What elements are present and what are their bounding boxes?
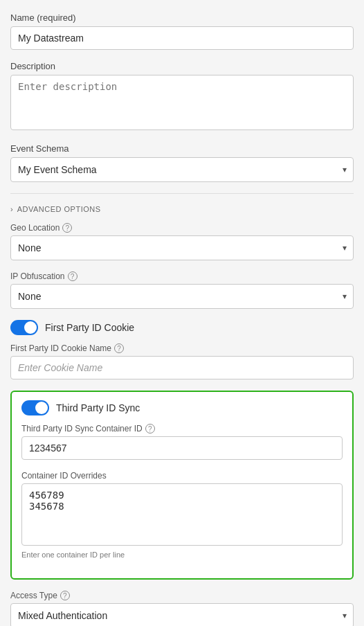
first-party-toggle-label: First Party ID Cookie bbox=[45, 322, 134, 333]
event-schema-select[interactable]: My Event Schema bbox=[10, 157, 354, 182]
third-party-toggle-slider bbox=[21, 400, 49, 415]
access-type-select-wrapper: Mixed Authentication ▾ bbox=[10, 603, 354, 626]
access-type-label-row: Access Type ? bbox=[10, 591, 354, 600]
ip-obfuscation-label: IP Obfuscation bbox=[10, 271, 65, 281]
ip-obfuscation-select[interactable]: None bbox=[10, 284, 354, 309]
third-party-section: Third Party ID Sync Third Party ID Sync … bbox=[10, 391, 354, 580]
first-party-toggle-row: First Party ID Cookie bbox=[10, 320, 354, 335]
advanced-options-label: ADVANCED OPTIONS bbox=[17, 205, 101, 213]
third-party-container-id-label-row: Third Party ID Sync Container ID ? bbox=[21, 424, 343, 433]
geo-location-field-group: Geo Location ? None ▾ bbox=[10, 223, 354, 260]
ip-obfuscation-help-icon[interactable]: ? bbox=[68, 271, 78, 281]
advanced-options-toggle[interactable]: › ADVANCED OPTIONS bbox=[10, 205, 354, 213]
first-party-cookie-help-icon[interactable]: ? bbox=[114, 343, 124, 353]
name-field-group: Name (required) bbox=[10, 12, 354, 50]
third-party-container-help-icon[interactable]: ? bbox=[145, 424, 155, 433]
event-schema-label: Event Schema bbox=[10, 143, 354, 154]
first-party-cookie-name-label-row: First Party ID Cookie Name ? bbox=[10, 343, 354, 353]
ip-obfuscation-label-row: IP Obfuscation ? bbox=[10, 271, 354, 281]
description-field-group: Description bbox=[10, 61, 354, 132]
ip-obfuscation-field-group: IP Obfuscation ? None ▾ bbox=[10, 271, 354, 309]
event-schema-field-group: Event Schema My Event Schema ▾ bbox=[10, 143, 354, 182]
third-party-container-id-group: Third Party ID Sync Container ID ? bbox=[21, 424, 343, 460]
ip-obfuscation-select-wrapper: None ▾ bbox=[10, 284, 354, 309]
third-party-container-id-label: Third Party ID Sync Container ID bbox=[21, 424, 143, 433]
access-type-field-group: Access Type ? Mixed Authentication ▾ bbox=[10, 591, 354, 626]
third-party-toggle-label: Third Party ID Sync bbox=[56, 402, 140, 413]
description-textarea[interactable] bbox=[10, 75, 354, 130]
geo-location-select[interactable]: None bbox=[10, 235, 354, 260]
advanced-chevron-icon: › bbox=[10, 205, 13, 213]
container-id-overrides-group: Container ID Overrides 456789 345678 Ent… bbox=[21, 471, 343, 559]
geo-location-label: Geo Location bbox=[10, 223, 60, 233]
event-schema-select-wrapper: My Event Schema ▾ bbox=[10, 157, 354, 182]
container-id-hint: Enter one container ID per line bbox=[21, 551, 343, 559]
access-type-label: Access Type bbox=[10, 591, 57, 600]
name-input[interactable] bbox=[10, 26, 354, 50]
first-party-toggle-slider bbox=[10, 320, 38, 335]
geo-location-help-icon[interactable]: ? bbox=[62, 223, 72, 233]
third-party-toggle[interactable] bbox=[21, 400, 49, 415]
description-label: Description bbox=[10, 61, 354, 71]
first-party-cookie-name-label: First Party ID Cookie Name bbox=[10, 343, 111, 353]
access-type-select[interactable]: Mixed Authentication bbox=[10, 603, 354, 626]
third-party-toggle-row: Third Party ID Sync bbox=[21, 400, 343, 415]
first-party-cookie-input[interactable] bbox=[10, 356, 354, 379]
access-type-help-icon[interactable]: ? bbox=[60, 591, 70, 600]
name-label: Name (required) bbox=[10, 12, 354, 23]
container-id-overrides-textarea[interactable]: 456789 345678 bbox=[21, 483, 343, 546]
container-id-overrides-label-row: Container ID Overrides bbox=[21, 471, 343, 481]
divider-1 bbox=[10, 193, 354, 194]
third-party-toggle-knob bbox=[35, 402, 48, 414]
first-party-toggle[interactable] bbox=[10, 320, 38, 335]
first-party-toggle-knob bbox=[24, 321, 37, 334]
geo-location-label-row: Geo Location ? bbox=[10, 223, 354, 233]
container-id-overrides-label: Container ID Overrides bbox=[21, 471, 107, 481]
geo-location-select-wrapper: None ▾ bbox=[10, 235, 354, 260]
page-container: Name (required) Description Event Schema… bbox=[0, 0, 364, 626]
third-party-container-id-input[interactable] bbox=[21, 436, 343, 460]
first-party-cookie-name-group: First Party ID Cookie Name ? bbox=[10, 343, 354, 379]
